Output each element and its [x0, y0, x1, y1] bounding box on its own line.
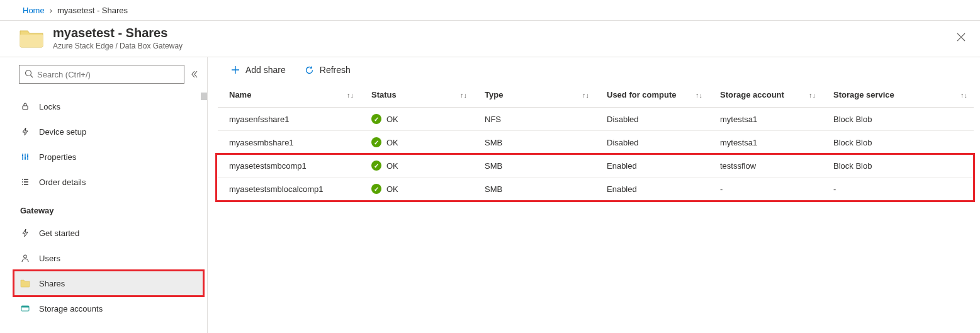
toolbar-label: Add share — [245, 65, 286, 75]
col-name[interactable]: Name↑↓ — [218, 82, 360, 108]
cell-service: Block Blob — [822, 108, 974, 131]
col-used[interactable]: Used for compute↑↓ — [595, 82, 709, 108]
breadcrumb-current: myasetest - Shares — [57, 6, 128, 15]
cell-used: Disabled — [595, 108, 709, 131]
scroll-indicator[interactable] — [201, 93, 207, 100]
refresh-button[interactable]: Refresh — [305, 65, 351, 75]
folder-icon — [20, 278, 30, 288]
table-row[interactable]: myasetestsmblocalcomp1✓OKSMBEnabled-- — [218, 178, 974, 201]
col-account[interactable]: Storage account↑↓ — [709, 82, 822, 108]
sidebar-item-label: Shares — [39, 279, 65, 288]
cell-name[interactable]: myasetestsmblocalcomp1 — [218, 178, 360, 201]
cell-type: SMB — [473, 131, 595, 154]
list-icon — [20, 177, 30, 187]
sidebar-item-device-setup[interactable]: Device setup — [19, 119, 201, 144]
sidebar-item-get-started[interactable]: Get started — [19, 220, 201, 246]
sidebar-item-shares[interactable]: Shares — [14, 271, 203, 296]
table-header-row: Name↑↓ Status↑↓ Type↑↓ Used for compute↑… — [218, 82, 974, 108]
plus-icon — [230, 65, 240, 75]
svg-rect-1 — [23, 106, 28, 110]
page-subtitle: Azure Stack Edge / Data Box Gateway — [53, 42, 183, 50]
storage-icon — [20, 303, 30, 313]
sidebar-item-order-details[interactable]: Order details — [19, 169, 201, 195]
sidebar-item-label: Properties — [39, 152, 76, 162]
cell-used: Disabled — [595, 131, 709, 154]
chevron-right-icon: › — [50, 6, 52, 15]
cell-used: Enabled — [595, 178, 709, 201]
lock-icon — [20, 101, 30, 111]
sidebar-item-label: Order details — [39, 178, 86, 187]
sort-icon[interactable]: ↑↓ — [460, 91, 467, 99]
cell-account: - — [709, 178, 822, 201]
svg-point-0 — [26, 70, 31, 76]
cell-type: SMB — [473, 154, 595, 178]
breadcrumb: Home › myasetest - Shares — [0, 0, 980, 21]
svg-rect-2 — [22, 155, 23, 156]
sidebar-item-storage-accounts[interactable]: Storage accounts — [19, 296, 201, 321]
page-title: myasetest - Shares — [53, 26, 183, 40]
ok-icon: ✓ — [371, 114, 381, 124]
bolt-icon — [20, 228, 30, 238]
breadcrumb-home[interactable]: Home — [23, 6, 45, 15]
cell-service: - — [822, 178, 974, 201]
search-input[interactable] — [37, 70, 179, 79]
close-button[interactable] — [954, 30, 969, 45]
search-icon — [25, 69, 33, 80]
cell-status: ✓OK — [360, 131, 473, 154]
cell-name[interactable]: myasesmbshare1 — [218, 131, 360, 154]
col-type[interactable]: Type↑↓ — [473, 82, 595, 108]
table-row[interactable]: myasetestsmbcomp1✓OKSMBEnabledtestssflow… — [218, 154, 974, 178]
add-share-button[interactable]: Add share — [230, 65, 286, 75]
collapse-sidebar-button[interactable] — [189, 69, 200, 79]
sidebar-item-users[interactable]: Users — [19, 246, 201, 271]
svg-rect-7 — [21, 306, 29, 308]
ok-icon: ✓ — [371, 137, 381, 147]
sort-icon[interactable]: ↑↓ — [696, 91, 702, 99]
folder-icon — [19, 27, 44, 50]
sidebar-item-label: Users — [39, 254, 60, 263]
cell-account: mytestsa1 — [709, 131, 822, 154]
page-header: myasetest - Shares Azure Stack Edge / Da… — [0, 21, 980, 57]
table-row[interactable]: myasesmbshare1✓OKSMBDisabledmytestsa1Blo… — [218, 131, 974, 154]
sort-icon[interactable]: ↑↓ — [347, 91, 354, 99]
cell-name[interactable]: myasetestsmbcomp1 — [218, 154, 360, 178]
cell-service: Block Blob — [822, 154, 974, 178]
svg-rect-4 — [27, 155, 28, 157]
svg-point-5 — [24, 255, 27, 258]
cell-used: Enabled — [595, 154, 709, 178]
sidebar-item-label: Device setup — [39, 127, 86, 137]
sort-icon[interactable]: ↑↓ — [809, 91, 816, 99]
sidebar-item-properties[interactable]: Properties — [19, 144, 201, 169]
cell-service: Block Blob — [822, 131, 974, 154]
sidebar-item-label: Get started — [39, 229, 79, 238]
col-status[interactable]: Status↑↓ — [360, 82, 473, 108]
toolbar-label: Refresh — [320, 65, 351, 75]
cell-name[interactable]: myasenfsshare1 — [218, 108, 360, 131]
sidebar-section-gateway: Gateway — [19, 195, 201, 220]
svg-rect-3 — [25, 157, 26, 159]
sliders-icon — [20, 152, 30, 162]
shares-table: Name↑↓ Status↑↓ Type↑↓ Used for compute↑… — [218, 82, 974, 201]
cell-status: ✓OK — [360, 154, 473, 178]
cell-type: NFS — [473, 108, 595, 131]
sidebar-item-label: Storage accounts — [39, 304, 103, 313]
bolt-icon — [20, 127, 30, 137]
cell-status: ✓OK — [360, 108, 473, 131]
sort-icon[interactable]: ↑↓ — [960, 91, 967, 99]
toolbar: Add share Refresh — [211, 57, 980, 82]
col-service[interactable]: Storage service↑↓ — [822, 82, 974, 108]
cell-type: SMB — [473, 178, 595, 201]
user-icon — [20, 253, 30, 263]
cell-account: mytestsa1 — [709, 108, 822, 131]
cell-account: testssflow — [709, 154, 822, 178]
sidebar-item-locks[interactable]: Locks — [19, 94, 201, 119]
sidebar-item-label: Locks — [39, 102, 60, 111]
refresh-icon — [305, 65, 315, 75]
sidebar: Locks Device setup Properties Order deta… — [0, 57, 208, 333]
sort-icon[interactable]: ↑↓ — [582, 91, 589, 99]
ok-icon: ✓ — [371, 184, 381, 194]
ok-icon: ✓ — [371, 161, 381, 171]
cell-status: ✓OK — [360, 178, 473, 201]
search-input-wrapper[interactable] — [19, 65, 184, 84]
table-row[interactable]: myasenfsshare1✓OKNFSDisabledmytestsa1Blo… — [218, 108, 974, 131]
